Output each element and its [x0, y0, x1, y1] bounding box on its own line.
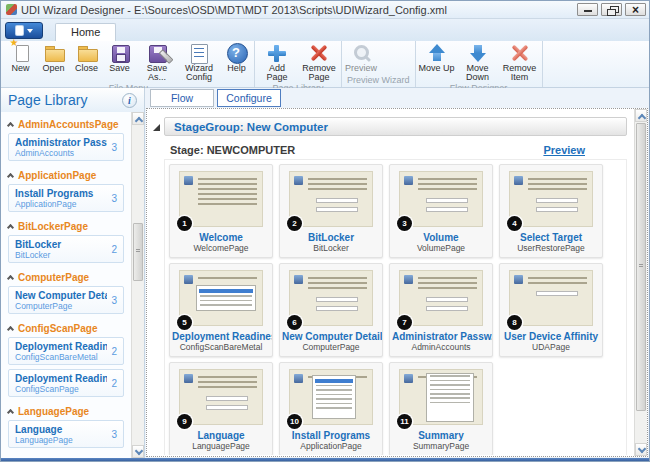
page-card-user-device-affinity[interactable]: 8User Device AffinityUDAPage	[499, 263, 603, 357]
thumbnail-text-lines	[528, 178, 587, 191]
configure-panel: StageGroup: New Computer Stage: NEWCOMPU…	[146, 108, 648, 457]
chevron-up-icon	[7, 409, 14, 416]
thumbnail-input	[316, 297, 358, 302]
page-grid: 1WelcomeWelcomePage2BitLockerBitLocker3V…	[167, 163, 624, 455]
list-item-deployment-readiness[interactable]: Deployment ReadinessConfigScanPage2	[8, 369, 124, 397]
main-scrollbar[interactable]	[634, 109, 647, 456]
page-card-subtitle: SummaryPage	[390, 441, 492, 451]
thumbnail-box-lines	[316, 385, 352, 410]
page-thumbnail: 9	[179, 369, 263, 425]
sidebar-group-languagepage[interactable]: LanguagePage	[1, 401, 131, 420]
sidebar-group-bitlockerpage[interactable]: BitLockerPage	[1, 216, 131, 235]
page-card-select-target[interactable]: 4Select TargetUserRestorePage	[499, 164, 603, 258]
remove-page-label: Remove Page	[300, 64, 338, 83]
move-down-icon	[466, 42, 490, 64]
ribbon: NewOpenCloseSaveSave As...Wizard ConfigH…	[1, 41, 649, 88]
sidebar-group-computerpage[interactable]: ComputerPage	[1, 267, 131, 286]
thumbnail-input	[426, 207, 468, 212]
sidebar-group-progresspage[interactable]: ProgressPage	[1, 452, 131, 458]
tab-home[interactable]: Home	[55, 23, 116, 41]
page-card-bitlocker[interactable]: 2BitLockerBitLocker	[279, 164, 383, 258]
wizard-config-button[interactable]: Wizard Config	[178, 41, 220, 83]
thumbnail-icon	[294, 275, 303, 284]
preview-button[interactable]: Preview	[343, 41, 379, 73]
page-card-deployment-readiness[interactable]: 5Deployment ReadinessConfigScanBareMetal	[169, 263, 273, 357]
page-card-install-programs[interactable]: 10Install ProgramsApplicationPage	[279, 362, 383, 455]
page-card-summary[interactable]: 11SummarySummaryPage	[389, 362, 493, 455]
page-card-subtitle: UserRestorePage	[500, 243, 602, 253]
add-page-icon	[265, 42, 289, 64]
move-up-button[interactable]: Move Up	[417, 41, 457, 73]
help-button[interactable]: Help	[220, 41, 253, 73]
remove-page-button[interactable]: Remove Page	[298, 41, 340, 83]
list-item-subtitle: ComputerPage	[15, 301, 107, 311]
sidebar-group-applicationpage[interactable]: ApplicationPage	[1, 165, 131, 184]
page-number-badge: 6	[287, 315, 302, 330]
info-icon[interactable]: i	[122, 93, 137, 108]
app-icon	[6, 4, 17, 15]
sidebar-group-adminaccountspage[interactable]: AdminAccountsPage	[1, 114, 131, 133]
list-item-administrator-password[interactable]: Administrator PasswordAdminAccounts3	[8, 133, 124, 161]
ribbon-buttons: NewOpenCloseSaveSave As...Wizard ConfigH…	[4, 41, 253, 83]
list-item-language[interactable]: LanguageLanguagePage3	[8, 420, 124, 448]
preview-link[interactable]: Preview	[543, 144, 585, 156]
scroll-up-icon[interactable]	[132, 112, 144, 125]
page-card-subtitle: LanguagePage	[170, 441, 272, 451]
list-item-text: Deployment ReadinessConfigScanPage	[15, 373, 107, 394]
open-button[interactable]: Open	[37, 41, 70, 73]
close-button[interactable]: Close	[70, 41, 103, 73]
thumbnail-input	[316, 306, 358, 311]
page-card-new-computer-details[interactable]: 6New Computer DetailsComputerPage	[279, 263, 383, 357]
close-label: Close	[75, 64, 98, 73]
remove-item-label: Remove Item	[501, 64, 539, 83]
remove-item-button[interactable]: Remove Item	[499, 41, 541, 83]
app-window: UDI Wizard Designer - E:\Sources\OSD\MDT…	[0, 0, 650, 462]
tab-flow[interactable]: Flow	[150, 89, 214, 107]
page-card-title: Select Target	[500, 232, 602, 243]
restore-button[interactable]	[601, 3, 622, 16]
scrollbar-thumb[interactable]	[133, 223, 143, 281]
thumbnail-input	[426, 297, 468, 302]
thumbnail-icon	[294, 374, 303, 383]
scroll-up-icon[interactable]	[635, 109, 647, 122]
scroll-down-icon[interactable]	[132, 445, 144, 458]
list-item-text: Administrator PasswordAdminAccounts	[15, 137, 107, 158]
thumbnail-list-box	[312, 375, 356, 419]
scrollbar-thumb[interactable]	[636, 123, 646, 411]
wizard-config-label: Wizard Config	[180, 64, 218, 83]
page-card-language[interactable]: 9LanguageLanguagePage	[169, 362, 273, 455]
page-number-badge: 7	[397, 315, 412, 330]
list-item-title: BitLocker	[15, 239, 107, 250]
sidebar-group-label: ConfigScanPage	[18, 323, 97, 334]
scroll-down-icon[interactable]	[635, 443, 647, 456]
close-button[interactable]	[625, 3, 646, 16]
move-down-button[interactable]: Move Down	[457, 41, 499, 83]
add-page-button[interactable]: Add Page	[256, 41, 298, 83]
sidebar-scrollbar[interactable]	[131, 112, 144, 458]
thumbnail-input	[316, 207, 358, 212]
list-item-bitlocker[interactable]: BitLockerBitLocker2	[8, 235, 124, 263]
page-card-welcome[interactable]: 1WelcomeWelcomePage	[169, 164, 273, 258]
new-document-icon	[9, 42, 33, 64]
ribbon-group-page-library: Add PageRemove PagePage Library	[255, 41, 342, 87]
expander-icon[interactable]	[153, 124, 160, 131]
list-item-new-computer-details[interactable]: New Computer DetailsComputerPage3	[8, 286, 124, 314]
page-card-subtitle: AdminAccounts	[390, 342, 492, 352]
save-button[interactable]: Save	[103, 41, 136, 73]
preview-label: Preview	[345, 64, 377, 73]
new-button[interactable]: New	[4, 41, 37, 73]
page-thumbnail: 5	[179, 270, 263, 326]
page-card-administrator-passw[interactable]: 7Administrator Passw...AdminAccounts	[389, 263, 493, 357]
preview-icon	[349, 42, 373, 64]
list-item-deployment-readiness[interactable]: Deployment ReadinessConfigScanBareMetal2	[8, 337, 124, 365]
save-as-button[interactable]: Save As...	[136, 41, 178, 83]
page-card-volume[interactable]: 3VolumeVolumePage	[389, 164, 493, 258]
list-item-install-programs[interactable]: Install ProgramsApplicationPage3	[8, 184, 124, 212]
ribbon-group-file-menu: NewOpenCloseSaveSave As...Wizard ConfigH…	[3, 41, 255, 87]
menu-row: Home	[1, 19, 649, 41]
sidebar-group-configscanpage[interactable]: ConfigScanPage	[1, 318, 131, 337]
tab-configure[interactable]: Configure	[217, 89, 281, 107]
save-label: Save	[109, 64, 130, 73]
minimize-button[interactable]	[577, 3, 598, 16]
stage-group-header[interactable]: StageGroup: New Computer	[164, 117, 627, 136]
